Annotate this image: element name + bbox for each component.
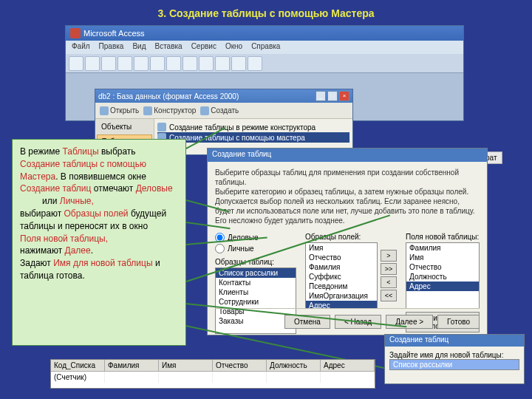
open-icon: [100, 106, 109, 115]
sidebar-objects[interactable]: Объекты: [97, 120, 152, 133]
wizard-title: Создание таблиц: [208, 149, 487, 162]
db-open[interactable]: Открыть: [100, 106, 139, 115]
list-item[interactable]: Отчество: [406, 262, 479, 272]
shortcut-icon: [157, 123, 166, 132]
toolbar-btn[interactable]: [231, 56, 246, 71]
toolbar-btn[interactable]: [69, 56, 83, 71]
link-create-designer[interactable]: Создание таблицы в режиме конструктора: [157, 122, 349, 132]
table-name-input[interactable]: [389, 359, 519, 370]
list-item[interactable]: Должность: [406, 272, 479, 282]
db-toolbar: Открыть Конструктор Создать: [95, 103, 352, 119]
name-dialog: Создание таблиц Задайте имя для новой та…: [384, 334, 525, 384]
col-header[interactable]: Отчество: [213, 360, 267, 371]
list-item[interactable]: Фамилия: [406, 243, 479, 253]
col-header[interactable]: Код_Списка: [51, 360, 105, 371]
list-item[interactable]: Псевдоним: [306, 282, 377, 291]
close-button[interactable]: ×: [339, 91, 349, 101]
access-menubar[interactable]: Файл Правка Вид Вставка Сервис Окно Спра…: [66, 41, 463, 54]
new-icon: [200, 106, 209, 115]
db-titlebar: db2 : База данных (формат Access 2000) _…: [95, 89, 352, 103]
toolbar-btn[interactable]: [166, 56, 181, 71]
menu-insert[interactable]: Вставка: [154, 42, 182, 52]
col-header[interactable]: Должность: [267, 360, 321, 371]
sample-fields-list[interactable]: Имя Отчество Фамилия Суффикс Псевдоним И…: [305, 242, 378, 309]
list-item[interactable]: Имя: [306, 243, 377, 253]
list-item[interactable]: Адрес: [406, 282, 479, 291]
toolbar-btn[interactable]: [199, 56, 214, 71]
add-all-button[interactable]: >>: [381, 263, 397, 275]
db-new[interactable]: Создать: [200, 106, 239, 115]
instruction-callout: В режиме Таблицы выбрать Создание таблиц…: [12, 139, 186, 346]
menu-window[interactable]: Окно: [225, 42, 242, 52]
toolbar-btn[interactable]: [134, 56, 149, 71]
design-icon: [143, 106, 152, 115]
list-item[interactable]: Имя: [406, 253, 479, 262]
list-item[interactable]: Суффикс: [306, 272, 377, 282]
name-dialog-title: Создание таблиц: [385, 335, 524, 347]
new-fields-list[interactable]: Фамилия Имя Отчество Должность Адрес: [406, 242, 480, 309]
toolbar-btn[interactable]: [85, 56, 100, 71]
access-icon: [70, 28, 81, 38]
remove-field-button[interactable]: <: [381, 276, 397, 288]
wizard-dialog: Создание таблиц Выберите образцы таблиц …: [207, 148, 488, 335]
col-header[interactable]: Имя: [159, 360, 213, 371]
remove-all-button[interactable]: <<: [381, 290, 397, 301]
maximize-button[interactable]: □: [327, 91, 338, 101]
table-preview: Код_Списка Фамилия Имя Отчество Должност…: [50, 359, 375, 389]
access-toolbar: [66, 54, 463, 73]
next-button[interactable]: Далее >: [386, 315, 433, 329]
access-titlebar: Microsoft Access: [66, 26, 463, 41]
list-item[interactable]: ИмяОрганизация: [306, 291, 377, 301]
finish-button[interactable]: Готово: [437, 315, 480, 329]
label-new-fields: Поля новой таблицы:: [406, 233, 480, 241]
name-label: Задайте имя для новой таблицы:: [389, 351, 519, 359]
toolbar-btn[interactable]: [117, 56, 132, 71]
minimize-button[interactable]: _: [316, 91, 326, 101]
access-title: Microsoft Access: [83, 29, 145, 38]
link-create-wizard[interactable]: Создание таблицы с помощью мастера: [157, 132, 349, 143]
list-item[interactable]: Отчество: [306, 253, 377, 262]
menu-edit[interactable]: Правка: [99, 42, 124, 52]
list-item[interactable]: Сотрудники: [216, 297, 296, 307]
counter-cell[interactable]: (Счетчик): [51, 372, 105, 383]
db-design[interactable]: Конструктор: [143, 106, 196, 115]
list-item[interactable]: Клиенты: [216, 287, 296, 297]
wizard-desc: Выберите образцы таблиц для применения п…: [215, 168, 480, 225]
window-controls: _ □ ×: [316, 91, 349, 101]
list-item[interactable]: Фамилия: [306, 262, 377, 272]
toolbar-btn[interactable]: [101, 56, 116, 71]
col-header[interactable]: Фамилия: [105, 360, 159, 371]
menu-help[interactable]: Справка: [251, 42, 280, 52]
menu-service[interactable]: Сервис: [191, 42, 216, 52]
toolbar-btn[interactable]: [248, 56, 262, 71]
menu-view[interactable]: Вид: [132, 42, 146, 52]
toolbar-btn[interactable]: [183, 56, 197, 71]
list-item[interactable]: Список рассылки: [216, 268, 296, 278]
toolbar-btn[interactable]: [150, 56, 165, 71]
menu-file[interactable]: Файл: [72, 42, 90, 52]
add-field-button[interactable]: >: [381, 250, 397, 262]
db-title: db2 : База данных (формат Access 2000): [98, 92, 239, 100]
col-header[interactable]: Адрес: [321, 360, 375, 371]
list-item[interactable]: Контакты: [216, 278, 296, 287]
toolbar-btn[interactable]: [215, 56, 230, 71]
slide-title: 3. Создание таблицы с помощью Мастера: [0, 0, 532, 24]
